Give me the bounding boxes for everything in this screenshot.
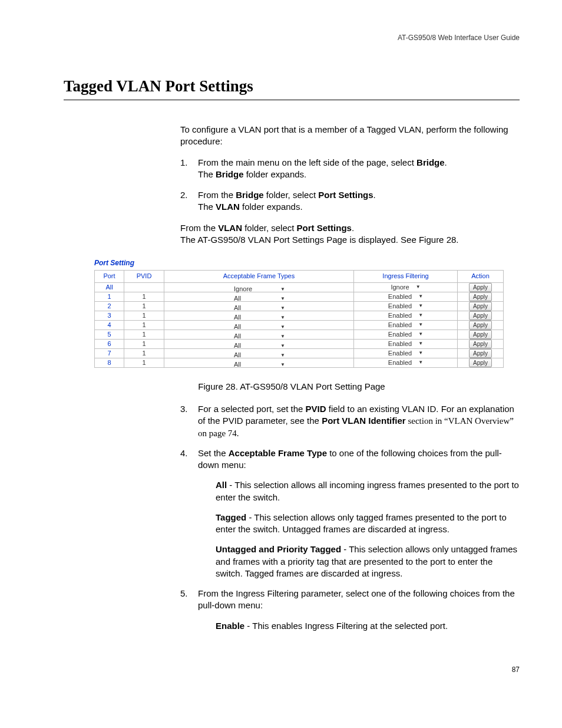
ingress-filter-dropdown[interactable]: Ignore ▼ <box>356 283 455 292</box>
chevron-down-icon: ▼ <box>418 331 423 338</box>
apply-button[interactable]: Apply <box>469 330 492 339</box>
keyword: Tagged <box>216 512 246 522</box>
cell-frame: All▼ <box>164 320 354 330</box>
figure-heading: Port Setting <box>94 258 520 268</box>
chevron-down-icon: ▼ <box>280 334 285 340</box>
chevron-down-icon: ▼ <box>418 294 423 300</box>
cell-frame: All▼ <box>164 292 354 301</box>
page-header-right: AT-GS950/8 Web Interface User Guide <box>64 33 520 42</box>
step-text: . <box>445 157 447 167</box>
keyword: PVID <box>306 404 326 414</box>
step-text: The <box>198 202 216 212</box>
apply-button[interactable]: Apply <box>469 302 492 311</box>
figure-port-setting: Port Setting Port PVID Acceptable Frame … <box>94 258 520 368</box>
apply-button[interactable]: Apply <box>469 340 492 348</box>
table-row: 41All▼Enabled ▼Apply <box>95 320 504 330</box>
cell-frame: All▼ <box>164 311 354 320</box>
step-text: folder expands. <box>244 169 307 179</box>
cell-filter: Enabled ▼ <box>354 301 458 311</box>
step-number: 1. <box>180 157 188 169</box>
keyword: VLAN <box>218 223 242 233</box>
cell-port: 3 <box>95 311 124 320</box>
chevron-down-icon: ▼ <box>418 312 423 319</box>
chevron-down-icon: ▼ <box>418 341 423 347</box>
col-frame: Acceptable Frame Types <box>164 270 354 282</box>
cell-action: Apply <box>458 358 504 367</box>
step-3: 3. For a selected port, set the PVID fie… <box>180 403 520 439</box>
ingress-filter-dropdown[interactable]: Enabled ▼ <box>356 321 455 330</box>
chevron-down-icon: ▼ <box>280 286 285 293</box>
cell-pvid: 1 <box>124 292 164 301</box>
step-text: . <box>373 190 376 200</box>
keyword: Bridge <box>216 169 244 179</box>
col-action: Action <box>458 270 504 282</box>
option-enable: Enable - This enables Ingress Filtering … <box>216 620 520 632</box>
apply-button[interactable]: Apply <box>469 349 492 358</box>
step-4: 4. Set the Acceptable Frame Type to one … <box>180 447 520 579</box>
chevron-down-icon: ▼ <box>418 360 423 366</box>
ingress-filter-dropdown[interactable]: Enabled ▼ <box>356 349 455 358</box>
cell-pvid: 1 <box>124 348 164 358</box>
cell-port: 6 <box>95 339 124 348</box>
port-setting-table: Port PVID Acceptable Frame Types Ingress… <box>94 270 504 368</box>
cell-pvid: 1 <box>124 301 164 311</box>
apply-button[interactable]: Apply <box>469 292 492 301</box>
keyword: VLAN <box>216 202 240 212</box>
step-text: folder expands. <box>240 202 303 212</box>
table-row: 81All▼Enabled ▼Apply <box>95 358 504 367</box>
cell-filter: Ignore ▼ <box>354 282 458 292</box>
cell-port: 2 <box>95 301 124 311</box>
option-untagged: Untagged and Priority Tagged - This sele… <box>216 543 520 579</box>
chevron-down-icon: ▼ <box>280 362 285 368</box>
chevron-down-icon: ▼ <box>280 296 285 302</box>
chevron-down-icon: ▼ <box>416 284 421 291</box>
step-number: 4. <box>180 447 188 459</box>
apply-button[interactable]: Apply <box>469 311 492 320</box>
ingress-filter-dropdown[interactable]: Enabled ▼ <box>356 340 455 348</box>
col-port: Port <box>95 270 124 282</box>
chevron-down-icon: ▼ <box>418 322 423 328</box>
cell-pvid <box>124 282 164 292</box>
keyword: Port VLAN Identifier <box>322 416 406 426</box>
chevron-down-icon: ▼ <box>280 343 285 350</box>
cell-frame: Ignore▼ <box>164 282 354 292</box>
ingress-filter-dropdown[interactable]: Enabled ▼ <box>356 330 455 339</box>
intro-paragraph: To configure a VLAN port that is a membe… <box>180 124 520 148</box>
apply-button[interactable]: Apply <box>469 283 492 292</box>
ingress-filter-dropdown[interactable]: Enabled ▼ <box>356 358 455 367</box>
text: - This selection allows only tagged fram… <box>216 512 507 534</box>
keyword: Port Settings <box>318 190 373 200</box>
step-2: 2. From the Bridge folder, select Port S… <box>180 189 520 213</box>
cell-action: Apply <box>458 320 504 330</box>
step-text: From the main menu on the left side of t… <box>198 157 416 167</box>
step-text: For a selected port, set the <box>198 404 306 414</box>
apply-button[interactable]: Apply <box>469 321 492 330</box>
text: - This enables Ingress Filtering at the … <box>244 621 448 631</box>
step-text: From the Ingress Filtering parameter, se… <box>198 588 515 610</box>
table-row: 61All▼Enabled ▼Apply <box>95 339 504 348</box>
cell-frame: All▼ <box>164 301 354 311</box>
cell-frame: All▼ <box>164 330 354 339</box>
title-rule <box>64 100 520 100</box>
cell-action: Apply <box>458 348 504 358</box>
step-text: The <box>198 169 216 179</box>
text: - This selection allows all incoming ing… <box>216 480 519 502</box>
cell-port: 5 <box>95 330 124 339</box>
ingress-filter-dropdown[interactable]: Enabled ▼ <box>356 302 455 311</box>
cell-frame: All▼ <box>164 348 354 358</box>
after-steps-paragraph: From the VLAN folder, select Port Settin… <box>180 222 520 246</box>
keyword: Port Settings <box>297 223 352 233</box>
cell-port: 4 <box>95 320 124 330</box>
table-row: 51All▼Enabled ▼Apply <box>95 330 504 339</box>
cell-port: All <box>95 282 124 292</box>
ingress-filter-dropdown[interactable]: Enabled ▼ <box>356 311 455 320</box>
cell-filter: Enabled ▼ <box>354 348 458 358</box>
text: From the <box>180 223 218 233</box>
apply-button[interactable]: Apply <box>469 358 492 367</box>
cell-action: Apply <box>458 339 504 348</box>
cell-pvid: 1 <box>124 330 164 339</box>
keyword: Bridge <box>236 190 264 200</box>
step-number: 3. <box>180 403 188 415</box>
option-tagged: Tagged - This selection allows only tagg… <box>216 512 520 536</box>
ingress-filter-dropdown[interactable]: Enabled ▼ <box>356 292 455 301</box>
